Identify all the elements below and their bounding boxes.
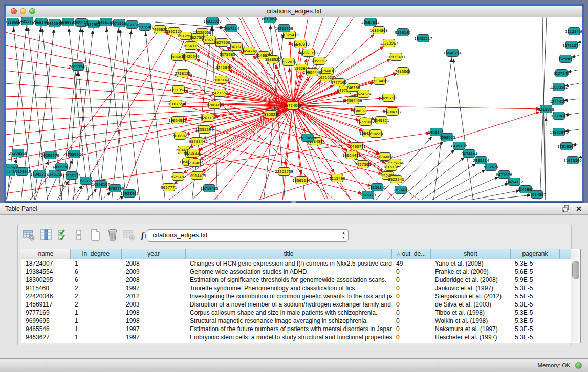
table-cell[interactable]: 1997	[122, 333, 186, 341]
graph-node[interactable]: 8427552	[212, 89, 228, 97]
table-cell[interactable]: Estimation of the future numbers of pati…	[186, 325, 392, 333]
table-cell[interactable]: Structural magnetic resonance image aver…	[186, 317, 392, 325]
graph-node[interactable]: 16104727	[383, 108, 402, 116]
table-cell[interactable]: 22420046	[21, 292, 71, 300]
graph-node[interactable]: 16210643	[550, 112, 568, 120]
graph-node[interactable]: 9329966	[557, 55, 574, 63]
graph-node[interactable]: 1588520	[265, 56, 280, 63]
table-cell[interactable]: 1	[71, 309, 122, 317]
graph-node[interactable]: 1615132	[383, 163, 399, 171]
table-cell[interactable]: 9463627	[21, 333, 71, 341]
column-header-name[interactable]: name	[21, 249, 71, 259]
graph-node[interactable]: 9495758	[380, 94, 396, 102]
graph-node[interactable]: 17016504	[557, 143, 576, 150]
table-cell[interactable]: 18724007	[21, 259, 71, 268]
table-cell[interactable]: 1998	[122, 309, 186, 317]
table-row[interactable]: 1938455462009Genome-wide association stu…	[21, 268, 560, 276]
table-cell[interactable]: 19384554	[21, 268, 71, 276]
graph-node[interactable]: 18435217	[414, 35, 432, 42]
table-cell[interactable]: 5.5E-5	[511, 292, 560, 300]
table-cell[interactable]: 0	[392, 333, 431, 341]
graph-node[interactable]: 16720407	[356, 118, 375, 126]
minimize-button[interactable]	[20, 8, 26, 14]
table-row[interactable]: 969969511998Structural magnetic resonanc…	[21, 317, 560, 325]
table-cell[interactable]: Corpus callosum shape and size in male p…	[186, 309, 392, 317]
table-cell[interactable]: Nakamura et al. (1997)	[431, 325, 511, 333]
table-cell[interactable]: 9777169	[21, 309, 71, 317]
graph-node[interactable]: 20053340	[69, 63, 87, 71]
graph-node[interactable]: 20587682	[361, 18, 380, 26]
graph-node[interactable]: 9474444	[461, 150, 477, 158]
vertical-scrollbar[interactable]	[571, 250, 580, 342]
table-selector-dropdown[interactable]: citations_edges.txt ▲▼	[147, 229, 349, 242]
table-cell[interactable]: 5.3E-5	[511, 333, 560, 341]
table-cell[interactable]: Tibbo et al. (1998)	[431, 309, 511, 317]
graph-node[interactable]: 17959924	[65, 150, 83, 158]
table-cell[interactable]: 0	[392, 325, 431, 333]
graph-node[interactable]: 7463822	[151, 26, 167, 33]
table-cell[interactable]: 18300295	[21, 276, 71, 284]
graph-node[interactable]: 9115460	[329, 174, 345, 182]
graph-node[interactable]: 25206550	[9, 149, 27, 157]
graph-node[interactable]: 7625402	[170, 173, 186, 181]
table-cell[interactable]: 1998	[122, 317, 186, 325]
graph-node[interactable]: 6479197	[451, 142, 467, 150]
table-cell[interactable]: 1	[71, 317, 122, 325]
table-row[interactable]: 1872400712008Changes of HCN gene express…	[21, 259, 560, 268]
table-cell[interactable]: 2	[71, 284, 122, 292]
table-cell[interactable]: 14569117	[21, 300, 71, 309]
table-cell[interactable]: Investigating the contribution of common…	[186, 292, 392, 300]
delete-columns-icon[interactable]	[105, 227, 120, 243]
table-cell[interactable]: 0	[392, 276, 431, 284]
graph-node[interactable]: 7632621	[483, 163, 498, 171]
table-row[interactable]: 911546021997Tourette syndrome. Phenomeno…	[21, 284, 560, 292]
graph-node[interactable]: 8878344	[189, 138, 205, 145]
table-cell[interactable]: 2	[71, 300, 122, 309]
table-cell[interactable]: 2	[71, 292, 122, 300]
table-settings-icon[interactable]	[21, 227, 36, 243]
graph-node[interactable]: 13892971	[550, 128, 568, 136]
graph-node[interactable]: 9777169	[331, 79, 346, 86]
table-cell[interactable]: 5.3E-5	[511, 317, 560, 325]
graph-node[interactable]: 1621022	[318, 74, 334, 81]
close-icon[interactable]: ✕	[576, 204, 582, 214]
table-cell[interactable]: 2008	[122, 259, 186, 268]
graph-node[interactable]: 9827508	[214, 39, 230, 47]
column-header-out_de[interactable]: △out_de...	[392, 249, 431, 259]
graph-node[interactable]: 12093582	[550, 83, 568, 91]
table-row[interactable]: 946362711997Embryonic stem cells: a mode…	[21, 333, 560, 341]
table-cell[interactable]: 2003	[122, 300, 186, 309]
column-header-short[interactable]: short	[431, 249, 511, 259]
window-titlebar[interactable]: citations_edges.txt	[6, 6, 582, 17]
graph-node[interactable]: 8813054	[262, 17, 278, 23]
table-cell[interactable]: Disruption of a novel member of a sodium…	[186, 300, 392, 309]
graph-node[interactable]: 15751074	[562, 41, 581, 49]
graph-node[interactable]: 8549321	[373, 117, 389, 124]
graph-node[interactable]: 12505125	[62, 172, 81, 180]
table-row[interactable]: 2242004622012Investigating the contribut…	[21, 292, 560, 300]
graph-node[interactable]: 9227343	[553, 70, 569, 77]
table-row[interactable]: 1456911722003Disruption of a novel membe…	[21, 300, 560, 309]
table-row[interactable]: 946554611997Estimation of the future num…	[21, 325, 560, 333]
graph-node[interactable]: 11534609	[371, 77, 389, 85]
graph-node[interactable]: 7694551	[367, 130, 383, 138]
table-cell[interactable]: 5.3E-5	[511, 284, 560, 292]
table-cell[interactable]: 2012	[122, 292, 186, 300]
table-cell[interactable]: Changes of HCN gene expression and I(f) …	[186, 259, 392, 268]
graph-node[interactable]: 15718485	[200, 185, 219, 192]
table-cell[interactable]: 2009	[122, 268, 186, 276]
graph-node[interactable]: 15136141	[368, 184, 386, 191]
table-cell[interactable]: 0	[392, 284, 431, 292]
select-all-icon[interactable]	[56, 227, 71, 243]
table-cell[interactable]: 5.9E-5	[511, 276, 560, 284]
graph-node[interactable]: 22205709	[275, 168, 293, 176]
table-cell[interactable]: 1	[71, 325, 122, 333]
table-cell[interactable]: Yano et al. (2008)	[431, 259, 511, 268]
graph-node[interactable]: 7386372	[352, 107, 368, 115]
network-canvas[interactable]: 1872400718300295193845547463822986012589…	[6, 17, 582, 200]
graph-node[interactable]: 9210489	[186, 159, 202, 167]
graph-node[interactable]: 1244415	[550, 98, 565, 105]
table-cell[interactable]: Stergiakouli et al. (2012)	[431, 292, 511, 300]
graph-node[interactable]: 1700481	[206, 101, 222, 109]
table-cell[interactable]: 5.6E-5	[511, 268, 560, 276]
